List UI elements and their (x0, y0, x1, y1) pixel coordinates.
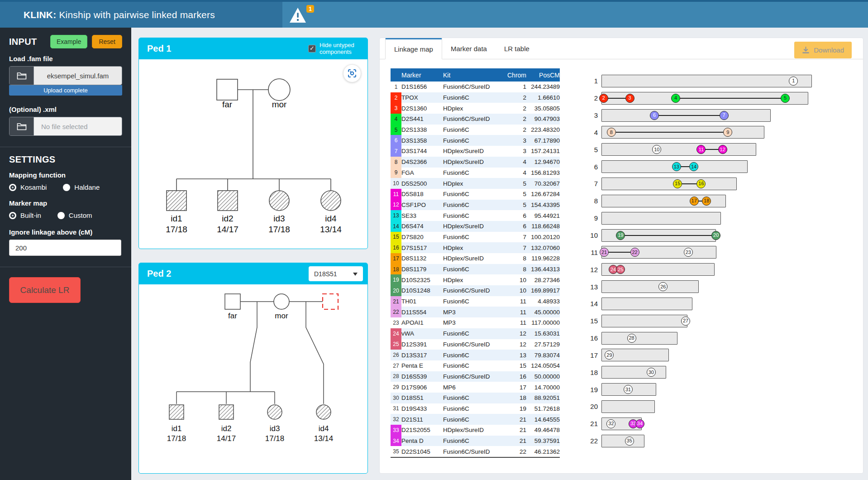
chromosome-row: 1527 (579, 312, 859, 330)
chromosome-bar: 1920 (601, 229, 716, 242)
chromosome-bar: 27 (601, 315, 687, 327)
ped2-marker-dropdown[interactable]: D18S51 (309, 266, 363, 281)
ped2-child2-symbol (219, 405, 234, 419)
chromosome-label: 17 (579, 351, 598, 359)
marker-circle: 27 (681, 317, 690, 326)
tab-bar: Linkage map Marker data LR table (380, 38, 863, 59)
marker-table-row: 2TPOXFusion6C21.66610 (391, 92, 560, 103)
radio-dot[interactable] (63, 184, 70, 191)
marker-circle: 11 (696, 145, 706, 154)
notification-warning-icon[interactable]: 1 (289, 6, 315, 26)
marker-table-row: 13SE33Fusion6C695.44921 (391, 210, 560, 221)
reset-button[interactable]: Reset (92, 35, 122, 48)
marker-circle: 20 (711, 231, 720, 240)
marker-table-row: 28D16S539Fusion6C/SureID1650.00000 (391, 371, 560, 382)
marker-table-row: 12CSF1POFusion6C5154.43395 (391, 200, 560, 211)
marker-table-row: 10D5S2500HDplex570.32067 (391, 178, 560, 189)
xml-placeholder-field[interactable]: No file selected (34, 117, 122, 135)
ped2-unknown-father-symbol (323, 294, 338, 309)
chromosome-bar (601, 298, 692, 310)
svg-text:id1: id1 (171, 214, 182, 223)
chromosome-row: 367 (579, 107, 859, 124)
radio-kosambi[interactable]: Kosambi (9, 183, 47, 191)
ped2-title: Ped 2 (147, 269, 309, 279)
marker-link-line (676, 98, 785, 99)
tab-lr-table[interactable]: LR table (496, 38, 538, 59)
input-heading: INPUT (9, 37, 46, 47)
radio-haldane[interactable]: Haldane (63, 183, 100, 191)
ped2-child1-symbol (169, 405, 184, 419)
chromosome-row: 2235 (579, 432, 859, 450)
chromosome-label: 15 (579, 317, 598, 325)
ped2-mother-symbol (274, 294, 289, 309)
chromosome-bar (601, 212, 721, 225)
example-button[interactable]: Example (50, 35, 87, 48)
ped1-mother-label: mor (272, 100, 287, 109)
marker-table-row: 25D12S391Fusion6C/SureID1227.57129 (391, 339, 560, 350)
radio-dot[interactable] (57, 212, 65, 219)
marker-table-row: 16D7S1517HDplex7132.07060 (391, 242, 560, 253)
chromosome-label: 12 (579, 266, 598, 274)
download-label: Download (814, 46, 844, 54)
ped2-header: Ped 2 D18S51 (139, 263, 367, 284)
marker-table-row: 23APOAI1MP311117.00000 (391, 317, 560, 328)
chromosome-label: 6 (579, 163, 598, 171)
mapping-function-label: Mapping function (9, 171, 122, 179)
marker-table-row: 8D4S2366HDplex/SureID412.94670 (391, 157, 560, 168)
chromosome-label: 3 (579, 111, 598, 119)
marker-table-row: 18D8S1179Fusion6C8136.44313 (391, 264, 560, 275)
results-card: Linkage map Marker data LR table Downloa… (379, 38, 863, 474)
fam-file-label: Load .fam file (9, 55, 122, 62)
radio-dot[interactable] (9, 212, 16, 219)
fam-filename-field[interactable]: eksempel_simul.fam (34, 67, 122, 85)
download-button[interactable]: Download (794, 42, 852, 58)
folder-icon[interactable] (10, 117, 34, 135)
chromosome-bar: 26 (601, 280, 699, 293)
svg-text:id3: id3 (270, 424, 280, 433)
chromosome-label: 5 (579, 146, 598, 154)
marker-table-row: 33D21S2055HDplex/SureID2149.46478 (391, 425, 560, 436)
chromosome-row: 61314 (579, 158, 859, 175)
tab-marker-data[interactable]: Marker data (442, 38, 496, 59)
marker-circle: 12 (718, 145, 727, 154)
folder-icon[interactable] (10, 67, 34, 85)
chromosome-bar: 212223 (601, 246, 716, 259)
fam-file-input[interactable]: eksempel_simul.fam (9, 66, 122, 85)
chromosome-label: 9 (579, 214, 598, 222)
marker-circle: 30 (647, 368, 656, 377)
marker-table: Marker Kit Chrom PosCM 1D1S1656Fusion6C/… (391, 68, 560, 458)
marker-table-row: 1D1S1656Fusion6C/SureID1244.23489 (391, 82, 560, 92)
mapping-function-radios: KosambiHaldane (9, 183, 122, 191)
xml-file-input[interactable]: No file selected (9, 117, 122, 136)
radio-dot[interactable] (9, 184, 16, 191)
hide-untyped-checkbox[interactable]: ✓ (308, 45, 316, 53)
marker-table-row: 24vWAFusion6C1215.63031 (391, 328, 560, 339)
chromosome-bar: 1314 (601, 160, 748, 173)
tab-linkage-map[interactable]: Linkage map (385, 38, 442, 59)
chromosome-row: 22345 (579, 90, 859, 107)
chromosome-bar: 35 (601, 435, 644, 447)
radio-label: Kosambi (20, 183, 47, 191)
marker-circle: 8 (607, 128, 616, 137)
chromosome-row: 1830 (579, 364, 859, 381)
svg-text:id2: id2 (222, 214, 233, 223)
marker-circle: 34 (635, 419, 644, 428)
chromosome-label: 14 (579, 300, 598, 307)
calculate-lr-button[interactable]: Calculate LR (9, 277, 81, 303)
hide-untyped-checkbox-group[interactable]: ✓ Hide untyped components (308, 42, 363, 56)
marker-circle: 21 (600, 248, 609, 257)
marker-table-row: 3D2S1360HDplex235.05805 (391, 103, 560, 114)
marker-circle: 1 (789, 77, 798, 86)
chromosome-row: 9 (579, 210, 859, 227)
chromosome-row: 1326 (579, 278, 859, 295)
ped2-chart: far mor id1 17/18 id2 14/17 id3 17/18 id… (139, 284, 367, 473)
marker-circle: 9 (723, 128, 732, 137)
svg-text:14/17: 14/17 (217, 434, 236, 443)
ignore-linkage-input[interactable]: 200 (9, 240, 121, 256)
radio-custom[interactable]: Custom (57, 211, 92, 219)
ped1-mother-symbol (268, 79, 290, 101)
chromosome-label: 18 (579, 369, 598, 376)
chromosome-row: 11 (579, 72, 859, 90)
marker-table-row: 17D8S1132HDplex/SureID8119.96228 (391, 253, 560, 264)
radio-built-in[interactable]: Built-in (9, 211, 41, 219)
